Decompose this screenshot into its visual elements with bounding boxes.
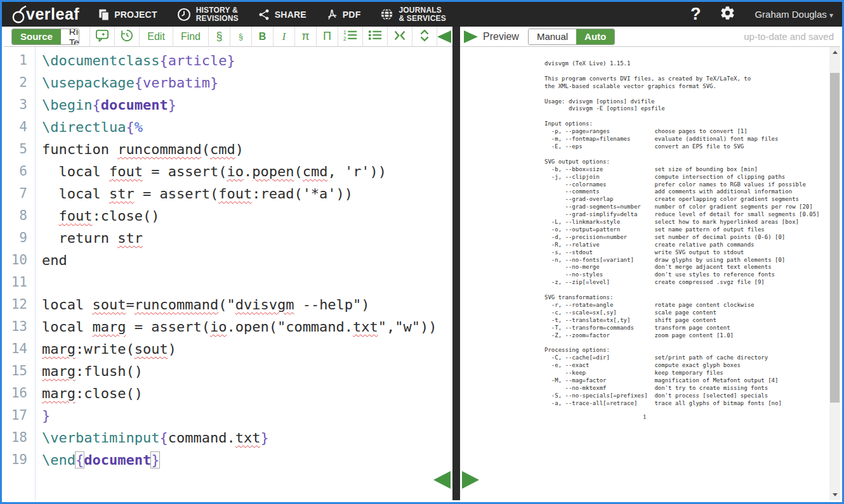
scrollbar-down-arrow[interactable]	[829, 489, 840, 500]
code-line[interactable]: }	[42, 404, 452, 427]
line-number: 4	[4, 116, 35, 138]
fold-code-button[interactable]	[387, 27, 412, 47]
unfold-code-button[interactable]	[412, 27, 437, 47]
help-button[interactable]: ?	[690, 4, 701, 24]
main-split: Source Rich Text	[4, 27, 840, 500]
numbered-list-button[interactable]: 1 2	[338, 27, 362, 47]
line-number: 16	[4, 382, 35, 404]
history-restore-icon	[120, 29, 134, 45]
code-line[interactable]: end	[42, 249, 452, 271]
code-line[interactable]: local fout = assert(io.popen(cmd, 'r'))	[42, 160, 452, 183]
inline-math-button[interactable]: π	[294, 27, 316, 47]
code-line[interactable]: \end{document}	[42, 449, 452, 471]
rich-text-mode-button[interactable]: Rich Text	[61, 29, 79, 44]
editor-gutter: 12345678910111213141516171819	[4, 47, 36, 500]
compile-mode-toggle: Manual Auto	[528, 29, 615, 45]
line-number: 6	[4, 160, 35, 183]
edit-menu-button[interactable]: Edit	[139, 27, 173, 47]
code-line[interactable]: local sout=runcommand("dvisvgm --help")	[42, 294, 452, 316]
line-number: 19	[4, 449, 35, 471]
pdf-acrobat-icon	[326, 8, 338, 22]
italic-button[interactable]: I	[273, 27, 294, 47]
line-number: 10	[4, 249, 35, 271]
line-number: 8	[4, 205, 35, 227]
code-line[interactable]: \begin{document}	[42, 94, 452, 116]
svg-text:2: 2	[343, 36, 346, 42]
collapse-editor-arrow[interactable]	[437, 30, 451, 43]
bullet-list-button[interactable]	[362, 27, 387, 47]
preview-label: Preview	[483, 31, 519, 42]
user-name: Graham Douglas	[755, 9, 826, 20]
display-math-button[interactable]: Π	[316, 27, 338, 47]
code-line[interactable]	[42, 271, 452, 294]
overleaf-logo[interactable]: verleaf	[11, 5, 79, 24]
editor-pane: Source Rich Text	[4, 27, 452, 500]
code-line[interactable]: marg:close()	[42, 382, 452, 404]
preview-toolbar: Preview Manual Auto up-to-date and saved	[460, 27, 840, 47]
code-line[interactable]: \verbatiminput{command.txt}	[42, 427, 452, 449]
logo-text: verleaf	[26, 5, 79, 23]
code-line[interactable]: function runcommand(cmd)	[42, 138, 452, 160]
pdf-page-text: dvisvgm (TeX Live) 1.15.1 This program c…	[544, 60, 819, 408]
nav-journals-services[interactable]: JOURNALS& SERVICES	[379, 6, 445, 23]
nav-history-revisions[interactable]: HISTORY &REVISIONS	[176, 6, 239, 23]
code-line[interactable]: fout:close()	[42, 205, 452, 227]
scrollbar-thumb[interactable]	[830, 73, 840, 403]
globe-icon	[379, 7, 394, 22]
source-mode-button[interactable]: Source	[12, 29, 61, 44]
nav-journals-label: JOURNALS& SERVICES	[399, 6, 445, 23]
bold-button[interactable]: B	[251, 27, 273, 47]
settings-gear-icon[interactable]	[720, 5, 735, 23]
manual-compile-button[interactable]: Manual	[529, 29, 576, 44]
preview-scrollbar[interactable]	[829, 47, 840, 500]
line-number: 14	[4, 338, 35, 360]
user-menu[interactable]: Graham Douglas ▾	[755, 9, 833, 20]
code-line[interactable]: \documentclass{article}	[42, 49, 452, 72]
nav-pdf-label: PDF	[343, 10, 361, 20]
add-comment-button[interactable]	[89, 27, 114, 47]
fold-arrows-icon	[393, 29, 407, 45]
editor-toolbar: Source Rich Text	[4, 27, 452, 47]
code-line[interactable]: marg:flush()	[42, 360, 452, 382]
section-button[interactable]: §	[208, 27, 230, 47]
expand-preview-arrow[interactable]	[464, 30, 478, 43]
find-button[interactable]: Find	[173, 27, 208, 47]
pane-divider[interactable]	[452, 27, 460, 500]
code-editor[interactable]: 12345678910111213141516171819 \documentc…	[4, 47, 452, 500]
line-number: 2	[4, 72, 35, 94]
line-number: 12	[4, 294, 35, 316]
nav-pdf[interactable]: PDF	[326, 8, 361, 22]
editor-toolbar-buttons: Edit Find § § B I π Π 1 2	[89, 27, 437, 47]
header-nav: PROJECT HISTORY &REVISIONS SHARE	[97, 6, 446, 23]
line-number: 1	[4, 49, 35, 72]
code-line[interactable]: local marg = assert(io.open("command.txt…	[42, 316, 452, 338]
header-right: ? Graham Douglas ▾	[690, 4, 833, 24]
subsection-button[interactable]: §	[230, 27, 251, 47]
restore-history-button[interactable]	[114, 27, 139, 47]
code-line[interactable]: return str	[42, 227, 452, 249]
auto-compile-button[interactable]: Auto	[576, 29, 614, 44]
bullet-list-icon	[368, 29, 382, 44]
nav-share-label: SHARE	[275, 10, 307, 20]
share-icon	[258, 8, 270, 21]
nav-share[interactable]: SHARE	[258, 8, 307, 21]
line-number: 11	[4, 271, 35, 294]
code-line[interactable]: marg:write(sout)	[42, 338, 452, 360]
bottom-collapse-right-arrow[interactable]	[462, 471, 479, 489]
nav-project[interactable]: PROJECT	[97, 8, 157, 21]
top-bar: verleaf PROJECT HISTORY &REVISIONS	[2, 2, 842, 27]
bottom-collapse-left-arrow[interactable]	[433, 471, 451, 489]
nav-history-label: HISTORY &REVISIONS	[196, 6, 239, 23]
code-line[interactable]: local str = assert(fout:read('*a'))	[42, 183, 452, 205]
pdf-page-number: 1	[460, 413, 829, 420]
editor-code[interactable]: \documentclass{article}\usepackage{verba…	[36, 47, 452, 500]
code-line[interactable]: \usepackage{verbatim}	[42, 72, 452, 94]
history-clock-icon	[176, 7, 192, 22]
overleaf-window: { "header": { "logo_text": "verleaf", "p…	[0, 0, 844, 504]
code-line[interactable]: \directlua{%	[42, 116, 452, 138]
scrollbar-up-arrow[interactable]	[829, 47, 840, 58]
line-number: 7	[4, 183, 35, 205]
pdf-preview: dvisvgm (TeX Live) 1.15.1 This program c…	[460, 47, 840, 500]
mode-toggle: Source Rich Text	[11, 29, 79, 45]
line-number: 5	[4, 138, 35, 160]
